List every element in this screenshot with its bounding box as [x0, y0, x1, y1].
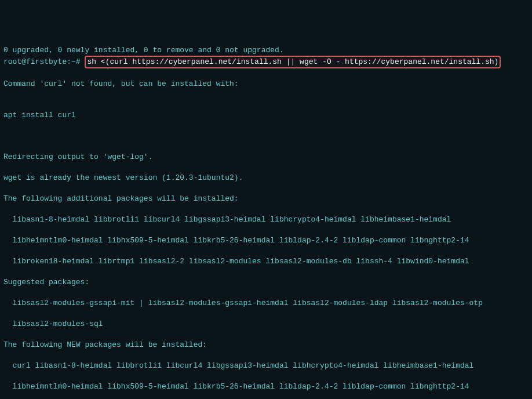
terminal-line: libasn1-8-heimdal libbrotli1 libcurl4 li…: [3, 215, 529, 225]
terminal-line: The following additional packages will b…: [3, 194, 529, 204]
terminal-line: 0 upgraded, 0 newly installed, 0 to remo…: [3, 45, 529, 56]
prompt: root@firstbyte:~#: [3, 57, 85, 66]
terminal-line: libheimntlm0-heimdal libhx509-5-heimdal …: [3, 382, 529, 392]
terminal-line: The following NEW packages will be insta…: [3, 340, 529, 350]
command-text: sh <(curl https://cyberpanel.net/install…: [87, 57, 498, 66]
terminal-line: libsasl2-modules-gssapi-mit | libsasl2-m…: [3, 298, 529, 309]
terminal-line: libheimntlm0-heimdal libhx509-5-heimdal …: [3, 235, 529, 246]
terminal-line: Command 'curl' not found, but can be ins…: [3, 79, 529, 89]
terminal-prompt-line: root@firstbyte:~# sh <(curl https://cybe…: [3, 56, 529, 68]
terminal-line: apt install curl: [3, 110, 529, 121]
terminal-line: wget is already the newest version (1.20…: [3, 173, 529, 183]
terminal-line: curl libasn1-8-heimdal libbrotli1 libcur…: [3, 361, 529, 371]
highlighted-command[interactable]: sh <(curl https://cyberpanel.net/install…: [85, 56, 501, 68]
terminal-line: Redirecting output to 'wget-log'.: [3, 152, 529, 162]
terminal-line: libroken18-heimdal librtmp1 libsasl2-2 l…: [3, 256, 529, 267]
terminal-line: Suggested packages:: [3, 277, 529, 288]
terminal-line: libsasl2-modules-sql: [3, 319, 529, 329]
